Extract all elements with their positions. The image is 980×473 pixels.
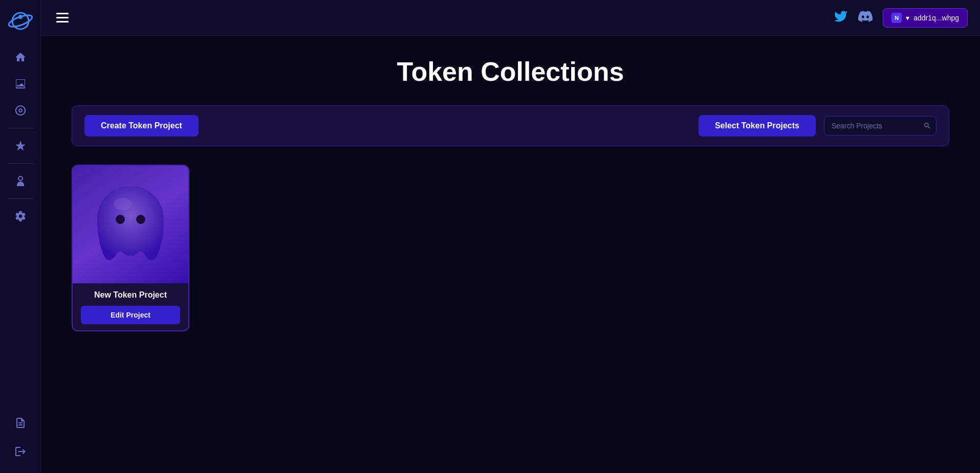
sidebar-item-home[interactable] bbox=[9, 46, 32, 69]
network-icon: N bbox=[891, 13, 902, 23]
toolbar: Create Token Project Select Token Projec… bbox=[72, 105, 949, 146]
project-card-title: New Token Project bbox=[81, 290, 180, 300]
network-label: N bbox=[895, 15, 899, 21]
header: N ▾ addr1q...whpg bbox=[41, 0, 980, 36]
wallet-address: addr1q...whpg bbox=[913, 14, 959, 22]
sidebar-item-gallery[interactable] bbox=[9, 73, 32, 95]
sidebar-bottom bbox=[9, 410, 32, 465]
sidebar-item-logout[interactable] bbox=[9, 440, 32, 463]
main-content: N ▾ addr1q...whpg Token Collections Crea… bbox=[41, 0, 980, 473]
ghost-mascot-icon bbox=[90, 178, 171, 271]
page-content: Token Collections Create Token Project S… bbox=[41, 36, 980, 473]
project-card-image bbox=[73, 166, 188, 283]
select-token-projects-button[interactable]: Select Token Projects bbox=[699, 115, 816, 137]
chevron-icon: ▾ bbox=[906, 14, 909, 22]
sidebar-item-filter[interactable] bbox=[9, 170, 32, 192]
sidebar-divider-1 bbox=[8, 128, 33, 128]
twitter-link[interactable] bbox=[834, 9, 848, 27]
search-input[interactable] bbox=[824, 116, 937, 136]
search-button[interactable] bbox=[923, 122, 931, 130]
header-right: N ▾ addr1q...whpg bbox=[834, 8, 968, 28]
svg-point-3 bbox=[116, 215, 125, 224]
logo[interactable] bbox=[8, 8, 33, 34]
svg-point-4 bbox=[136, 215, 145, 224]
sidebar-item-target[interactable] bbox=[9, 99, 32, 122]
discord-link[interactable] bbox=[858, 9, 873, 27]
sidebar-divider-3 bbox=[8, 198, 33, 199]
svg-point-5 bbox=[114, 198, 132, 210]
sidebar bbox=[0, 0, 41, 473]
project-grid: New Token Project Edit Project bbox=[72, 165, 949, 331]
page-title: Token Collections bbox=[72, 56, 949, 87]
sidebar-item-settings[interactable] bbox=[9, 205, 32, 228]
hamburger-button[interactable] bbox=[53, 10, 72, 26]
svg-point-2 bbox=[18, 15, 23, 19]
project-card-body: New Token Project Edit Project bbox=[73, 283, 188, 330]
sidebar-divider-2 bbox=[8, 163, 33, 164]
header-left bbox=[53, 10, 72, 26]
project-card[interactable]: New Token Project Edit Project bbox=[72, 165, 189, 331]
create-token-project-button[interactable]: Create Token Project bbox=[84, 115, 199, 137]
wallet-button[interactable]: N ▾ addr1q...whpg bbox=[883, 8, 968, 28]
sidebar-item-boost[interactable] bbox=[9, 134, 32, 157]
edit-project-button[interactable]: Edit Project bbox=[81, 306, 180, 324]
sidebar-item-docs[interactable] bbox=[9, 412, 32, 434]
search-container bbox=[824, 116, 937, 136]
